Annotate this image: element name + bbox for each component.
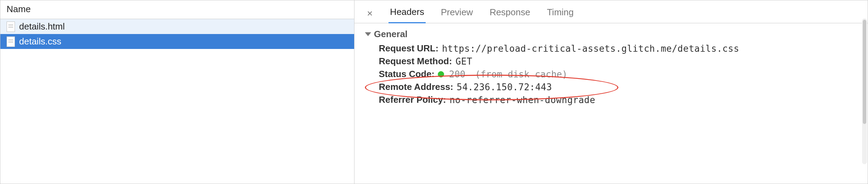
tab-preview[interactable]: Preview	[440, 4, 474, 23]
label-status-code: Status Code:	[379, 69, 434, 80]
value-remote-address: 54.236.150.72:443	[457, 82, 552, 92]
column-header-name[interactable]: Name	[0, 0, 354, 19]
close-icon[interactable]: ×	[365, 7, 375, 20]
value-status-code: 200	[449, 69, 465, 80]
value-request-method: GET	[456, 56, 472, 67]
tab-response[interactable]: Response	[488, 4, 532, 23]
file-icon	[7, 36, 15, 47]
tab-headers[interactable]: Headers	[389, 4, 425, 23]
value-status-code-source: (from disk cache)	[475, 69, 567, 80]
request-list-pane: Name details.html details.css	[0, 0, 354, 184]
scrollbar[interactable]	[862, 18, 867, 164]
value-request-url: https://preload-critical-assets.glitch.m…	[442, 43, 739, 54]
request-row[interactable]: details.html	[0, 19, 354, 34]
disclosure-triangle-icon	[365, 32, 371, 36]
label-request-url: Request URL:	[379, 43, 439, 54]
request-name: details.html	[19, 21, 65, 32]
label-referrer-policy: Referrer Policy:	[379, 94, 446, 105]
section-title: General	[374, 29, 408, 40]
headers-body: General Request URL: https://preload-cri…	[354, 23, 868, 184]
row-referrer-policy: Referrer Policy: no-referrer-when-downgr…	[379, 94, 857, 105]
value-referrer-policy: no-referrer-when-downgrade	[450, 95, 595, 105]
request-list: details.html details.css	[0, 19, 354, 184]
row-request-method: Request Method: GET	[379, 56, 857, 67]
details-tab-bar: × Headers Preview Response Timing	[354, 0, 868, 23]
row-request-url: Request URL: https://preload-critical-as…	[379, 43, 857, 54]
scrollbar-thumb[interactable]	[863, 20, 866, 124]
devtools-network-panel: Name details.html details.css × Headers …	[0, 0, 868, 184]
request-details-pane: × Headers Preview Response Timing Genera…	[354, 0, 868, 184]
request-row-selected[interactable]: details.css	[0, 34, 354, 49]
file-icon	[7, 22, 15, 32]
label-request-method: Request Method:	[379, 56, 452, 67]
tab-timing[interactable]: Timing	[545, 4, 575, 23]
section-general-toggle[interactable]: General	[365, 29, 857, 40]
request-name: details.css	[19, 36, 61, 47]
status-dot-icon	[438, 71, 444, 77]
row-remote-address: Remote Address: 54.236.150.72:443	[379, 82, 857, 92]
label-remote-address: Remote Address:	[379, 82, 453, 92]
row-status-code: Status Code: 200 (from disk cache)	[379, 69, 857, 80]
